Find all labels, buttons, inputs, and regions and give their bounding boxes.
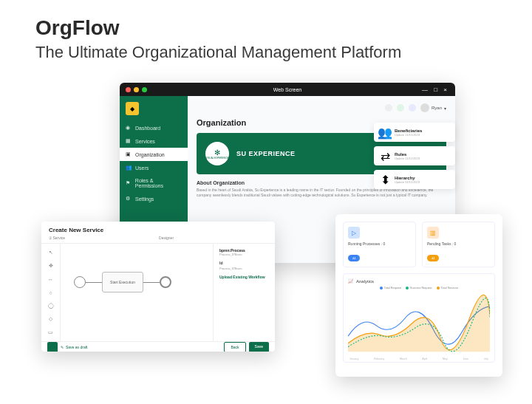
layers-button[interactable] [47,342,58,352]
hand-tool[interactable]: ✥ [47,261,55,270]
analytics-chart-box: 📈 Analytics Total Request Success Reques… [343,273,495,363]
window-controls[interactable]: — □ × [422,86,449,93]
window-titlebar: Web Screen — □ × [120,83,455,96]
legend-item: Total Services [441,287,459,290]
card-rules[interactable]: ⇄ Rules Update 11/11/2023 [374,146,455,165]
connector [86,282,102,283]
sidebar-item-organization[interactable]: ▣ Organization [120,148,188,161]
rules-icon: ⇄ [380,151,390,161]
card-beneficiaries[interactable]: 👥 Beneficiaries Update 11/11/2023 [374,123,455,142]
card-subtitle: Update 11/11/2023 [395,133,422,137]
search-icon[interactable] [385,104,392,112]
save-draft-link[interactable]: ✎ Save as draft [61,345,87,349]
sidebar-item-label: Services [135,139,155,144]
about-body: Based in the heart of Saudi Arabia, Su E… [197,188,446,198]
info-cards: 👥 Beneficiaries Update 11/11/2023 ⇄ Rule… [374,123,455,189]
window-title: Web Screen [273,87,301,92]
chevron-down-icon: ▾ [444,106,446,111]
workflow-tab-designer[interactable]: Designer [159,236,174,240]
connect-tool[interactable]: ↔ [47,275,55,284]
sidebar-item-dashboard[interactable]: ◉ Dashboard [120,121,188,134]
gear-icon: ⚙ [126,196,132,202]
services-icon: ▦ [126,138,132,144]
sidebar-item-settings[interactable]: ⚙ Settings [120,192,188,205]
properties-panel: bpmn:Process Process_078vxm Id Process_0… [213,244,275,341]
upload-workflow-link[interactable]: Upload Existing Workflow [219,275,269,279]
card-label: Pending Tasks : 0 [427,242,490,246]
sidebar-item-label: Roles & Permissions [135,178,182,188]
start-node[interactable] [74,276,86,288]
hero-title: OrgFlow [35,16,120,40]
sparkle-icon: ✻ [214,148,220,157]
dashboard-icon: ◉ [126,125,132,131]
card-badge: 44 [348,255,360,261]
card-label: Running Processes : 0 [348,242,411,246]
help-icon[interactable] [409,104,416,112]
analytics-panel: ▷ Running Processes : 0 44 ▥ Pending Tas… [335,214,502,377]
analytics-chart [348,292,490,353]
workflow-panel: Create New Service ① Service Designer ↖ … [41,222,275,352]
people-icon: 👥 [380,127,390,137]
sidebar-item-label: Organization [135,152,165,157]
card-running-processes[interactable]: ▷ Running Processes : 0 44 [343,222,416,267]
chart-icon: 📈 [348,278,353,284]
props-subtitle: Process_078vxm [219,253,269,256]
connector [143,282,160,283]
sidebar-item-label: Dashboard [135,126,160,131]
bar-chart-icon: ▥ [427,227,439,239]
gateway-tool[interactable]: ◇ [47,315,55,323]
card-hierarchy[interactable]: ⬍ Hierarchy Update 11/11/2023 [374,170,455,189]
legend-item: Success Request [410,287,432,290]
card-badge: 44 [427,255,439,261]
hierarchy-icon: ⬍ [380,174,390,185]
app-logo[interactable]: ◆ [126,102,139,115]
topbar: Ryan ▾ [197,103,446,112]
user-name: Ryan [432,106,442,110]
minimize-icon[interactable] [134,87,139,92]
pointer-tool[interactable]: ↖ [47,248,55,257]
end-node[interactable] [160,276,171,288]
org-logo-caption: VISUAL EXPERIENCE [206,157,229,160]
organization-icon: ▣ [126,151,132,157]
notification-icon[interactable] [397,104,404,112]
chart-legend: Total Request Success Request Total Serv… [348,287,490,290]
end-event-tool[interactable]: ◯ [47,301,55,310]
workflow-toolbar: ↖ ✥ ↔ ○ ◯ ◇ ▭ [41,244,61,341]
sidebar-item-label: Settings [135,196,154,202]
workflow-canvas[interactable]: Start Execution [61,244,213,341]
props-id-label: Id [219,261,269,265]
sidebar-item-label: Users [135,165,149,171]
legend-item: Total Request [384,287,401,290]
card-pending-tasks[interactable]: ▥ Pending Tasks : 0 44 [422,222,495,267]
users-icon: 👥 [126,165,132,171]
workflow-step: ① Service [49,236,65,240]
process-icon: ▷ [348,227,360,239]
chart-title: Analytics [356,279,374,284]
avatar [420,103,429,112]
sidebar-item-services[interactable]: ▦ Services [120,134,188,148]
hero-subtitle: The Ultimate Organizational Management P… [35,43,401,62]
workflow-header: Create New Service [41,222,275,236]
org-logo: ✻ VISUAL EXPERIENCE [205,142,229,165]
card-subtitle: Update 11/11/2023 [395,180,420,184]
props-id-value: Process_078vxm [219,267,269,270]
task-tool[interactable]: ▭ [47,328,55,337]
maximize-icon[interactable] [142,87,147,92]
roles-icon: ⚑ [126,180,132,186]
sidebar-item-users[interactable]: 👥 Users [120,161,188,174]
back-button[interactable]: Back [224,342,245,352]
user-menu[interactable]: Ryan ▾ [420,103,446,112]
close-icon[interactable] [126,87,131,92]
sidebar-item-roles[interactable]: ⚑ Roles & Permissions [120,174,188,192]
chart-xaxis: JanuaryFebruaryMarchAprilMayJuneJuly [348,357,490,360]
card-subtitle: Update 11/11/2023 [395,157,420,160]
org-name: SU EXPERIENCE [236,150,296,157]
workflow-footer: ✎ Save as draft Back Save [41,341,275,352]
save-button[interactable]: Save [249,342,269,352]
task-node[interactable]: Start Execution [102,272,143,292]
start-event-tool[interactable]: ○ [47,288,55,297]
